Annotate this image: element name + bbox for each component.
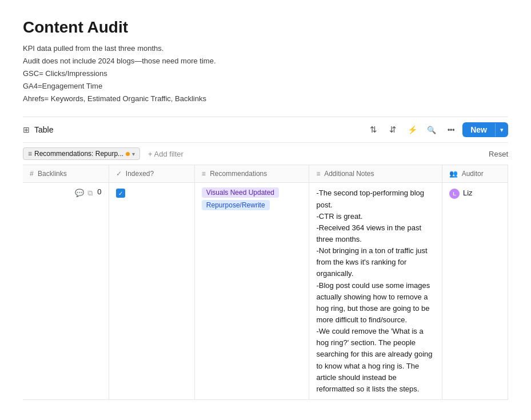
- lightning-icon: ⚡: [408, 125, 417, 134]
- col-header-indexed: ✓ Indexed?: [109, 165, 194, 183]
- notes-cell: -The second top-performing blog post. -C…: [309, 183, 442, 400]
- filter-sort-icon: ⇵: [389, 125, 397, 135]
- filter-badge[interactable]: ≡ Recommendations: Repurp... ▾: [23, 147, 140, 160]
- backlinks-cell: 💬 ⧉ 0: [23, 183, 109, 400]
- data-table: # Backlinks ✓ Indexed? ≡ Recommendations…: [23, 165, 508, 400]
- table-icon: ⊞: [23, 125, 30, 134]
- hash-icon: #: [30, 170, 34, 178]
- table-header-row: # Backlinks ✓ Indexed? ≡ Recommendations…: [23, 165, 508, 183]
- filter-badge-chevron-icon: ▾: [132, 151, 135, 157]
- filter-left: ≡ Recommendations: Repurp... ▾ + Add fil…: [23, 147, 187, 160]
- reset-button[interactable]: Reset: [489, 150, 508, 158]
- checkmark-icon: ✓: [118, 190, 123, 197]
- tag-visuals[interactable]: Visuals Need Updated: [202, 187, 279, 198]
- list-icon: ≡: [202, 170, 206, 178]
- filter-active-dot: [126, 152, 130, 156]
- tag-repurpose[interactable]: Repurpose/Rewrite: [202, 200, 270, 210]
- new-dropdown-button[interactable]: ▾: [495, 123, 508, 137]
- comment-icon[interactable]: 💬: [75, 189, 84, 197]
- auditor-name: Liz: [463, 189, 473, 197]
- new-button[interactable]: New: [462, 122, 495, 137]
- check-icon: ✓: [116, 170, 122, 178]
- search-icon: 🔍: [427, 126, 436, 134]
- toolbar-row: ⊞ Table ⇅ ⇵ ⚡ 🔍 ••• New ▾: [23, 117, 508, 143]
- notes-text: -The second top-performing blog post. -C…: [316, 187, 434, 395]
- indexed-checkbox[interactable]: ✓: [116, 189, 125, 198]
- filter-badge-icon: ≡: [28, 150, 32, 158]
- people-icon: 👥: [449, 170, 458, 178]
- page-description: KPI data pulled from the last three mont…: [23, 42, 508, 105]
- view-label: ⊞ Table: [23, 125, 53, 134]
- col-header-notes: ≡ Additional Notes: [309, 165, 442, 183]
- auditor-avatar: L: [449, 189, 460, 199]
- table-row: 💬 ⧉ 0 ✓ Visuals Need Updated Re: [23, 183, 508, 400]
- row-actions: 💬 ⧉: [75, 187, 93, 198]
- more-icon: •••: [448, 126, 455, 134]
- filter-badge-label: Recommendations: Repurp...: [34, 150, 123, 158]
- auditor-cell: L Liz: [442, 183, 508, 400]
- col-header-recommendations: ≡ Recommendations: [194, 165, 309, 183]
- add-filter-button[interactable]: + Add filter: [145, 148, 187, 160]
- more-button[interactable]: •••: [443, 122, 459, 138]
- filter-row: ≡ Recommendations: Repurp... ▾ + Add fil…: [23, 143, 508, 165]
- col-header-auditor: 👥 Auditor: [442, 165, 508, 183]
- page-title: Content Audit: [23, 18, 508, 37]
- sort-button[interactable]: ⇅: [365, 122, 381, 138]
- backlinks-value: 0: [97, 187, 101, 196]
- indexed-cell: ✓: [109, 183, 194, 400]
- sort-icon: ⇅: [370, 125, 377, 135]
- new-button-group: New ▾: [462, 122, 508, 137]
- toolbar-right: ⇅ ⇵ ⚡ 🔍 ••• New ▾: [365, 122, 508, 138]
- recommendations-cell: Visuals Need Updated Repurpose/Rewrite: [194, 183, 309, 400]
- search-button[interactable]: 🔍: [424, 122, 440, 138]
- filter-sort-button[interactable]: ⇵: [385, 122, 401, 138]
- notes-list-icon: ≡: [316, 170, 320, 178]
- col-header-backlinks: # Backlinks: [23, 165, 109, 183]
- copy-icon[interactable]: ⧉: [87, 189, 93, 198]
- lightning-button[interactable]: ⚡: [404, 122, 420, 138]
